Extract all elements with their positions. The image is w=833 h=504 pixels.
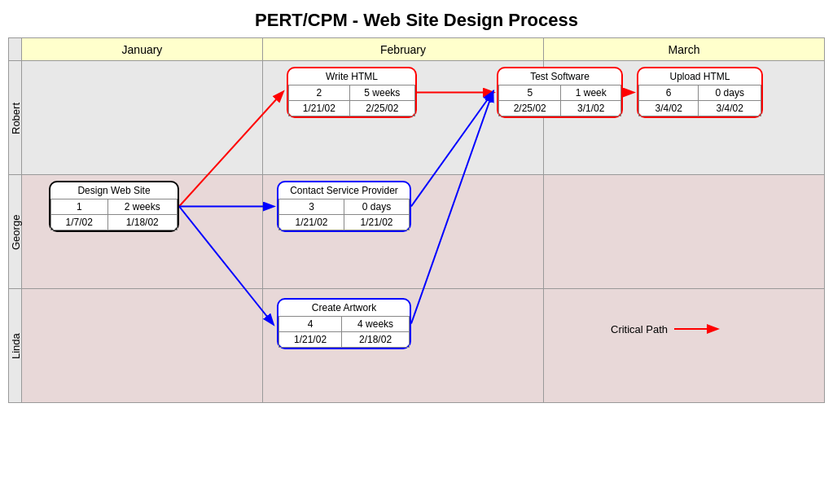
task-contact-service-start: 1/21/02 [279,215,344,230]
task-write-html-duration: 5 weeks [349,85,414,101]
task-upload-html-node: 6 [639,85,699,101]
task-design-web-node: 1 [51,199,108,215]
header-february: February [262,38,543,61]
task-write-html-title: Write HTML [289,68,415,85]
cell-linda-jan [22,289,263,403]
task-create-artwork: Create Artwork 4 4 weeks 1/21/02 2/18/02 [277,298,411,349]
task-write-html-start: 1/21/02 [289,101,350,116]
task-upload-html-title: Upload HTML [639,68,761,85]
legend-arrow [674,322,723,335]
task-test-software-title: Test Software [499,68,621,85]
task-contact-service-duration: 0 days [344,199,409,215]
task-create-artwork-duration: 4 weeks [342,317,410,332]
legend-label: Critical Path [611,323,668,335]
task-write-html-node: 2 [289,85,350,101]
row-label-linda: Linda [9,289,22,403]
task-upload-html-start: 3/4/02 [639,101,699,116]
task-contact-service-title: Contact Service Provider [279,182,410,199]
task-write-html-end: 2/25/02 [349,101,414,116]
task-design-web-title: Design Web Site [51,182,178,199]
task-create-artwork-title: Create Artwork [279,300,410,317]
task-test-software-duration: 1 week [561,85,621,101]
legend: Critical Path [611,322,723,335]
task-design-web: Design Web Site 1 2 weeks 1/7/02 1/18/02 [49,181,179,232]
task-test-software-start: 2/25/02 [499,101,561,116]
task-create-artwork-end: 2/18/02 [342,332,410,348]
row-label-robert: Robert [9,61,22,175]
task-design-web-duration: 2 weeks [107,199,178,215]
row-label-george: George [9,175,22,289]
task-upload-html-end: 3/4/02 [699,101,761,116]
task-test-software: Test Software 5 1 week 2/25/02 3/1/02 [497,67,623,118]
task-design-web-end: 1/18/02 [107,215,178,230]
task-contact-service-node: 3 [279,199,344,215]
task-create-artwork-node: 4 [279,317,342,332]
task-design-web-start: 1/7/02 [51,215,108,230]
cell-robert-jan [22,61,263,175]
task-contact-service-end: 1/21/02 [344,215,409,230]
task-upload-html-duration: 0 days [699,85,761,101]
task-test-software-end: 3/1/02 [561,101,621,116]
chart-container: January February March Robert George Lin… [8,37,825,403]
task-test-software-node: 5 [499,85,561,101]
header-january: January [22,38,263,61]
task-write-html: Write HTML 2 5 weeks 1/21/02 2/25/02 [287,67,417,118]
cell-linda-mar [544,289,825,403]
header-march: March [544,38,825,61]
task-upload-html: Upload HTML 6 0 days 3/4/02 3/4/02 [637,67,763,118]
page-title: PERT/CPM - Web Site Design Process [0,0,833,37]
task-contact-service: Contact Service Provider 3 0 days 1/21/0… [277,181,411,232]
cell-george-mar [544,175,825,289]
task-create-artwork-start: 1/21/02 [279,332,342,348]
